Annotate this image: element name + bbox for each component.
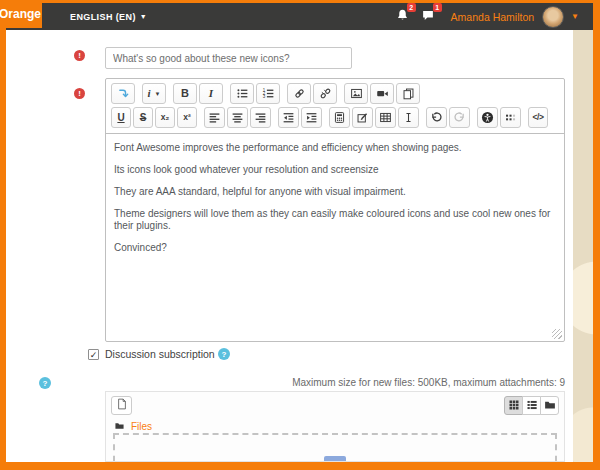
discussion-subscription-checkbox[interactable]: ✓ — [88, 349, 99, 360]
toolbar-group — [476, 107, 522, 128]
accessibility-checker-button[interactable] — [477, 107, 498, 128]
site-logo[interactable]: Orange — [0, 0, 42, 28]
tree-view-button[interactable] — [540, 396, 559, 415]
italic-icon: I — [209, 88, 213, 99]
undo-icon — [430, 111, 443, 124]
messages-button[interactable]: 1 — [421, 8, 435, 26]
manage-files-button[interactable] — [396, 83, 420, 104]
unlink-button[interactable] — [313, 83, 337, 104]
align-left-button[interactable] — [204, 107, 225, 128]
align-center-button[interactable] — [227, 107, 248, 128]
outdent-icon — [282, 111, 295, 124]
editor-paragraph: Its icons look good whatever your resolu… — [114, 164, 556, 176]
accessibility-checker-icon — [481, 111, 494, 124]
list-view-button[interactable] — [522, 396, 541, 415]
attachment-help-icon[interactable]: ? — [39, 377, 51, 389]
chevron-down-icon: ▼ — [140, 13, 147, 20]
collapse-button[interactable] — [111, 83, 135, 104]
superscript-button[interactable]: x² — [177, 107, 197, 128]
svg-text:3: 3 — [262, 94, 265, 99]
toolbar-group — [328, 107, 420, 128]
editor-paragraph: Convinced? — [114, 242, 556, 254]
toolbar-group — [110, 83, 136, 104]
icons-view-button[interactable] — [504, 396, 523, 415]
screenreader-helper-button[interactable] — [500, 107, 521, 128]
page-background — [573, 30, 593, 462]
add-file-button[interactable] — [111, 396, 132, 415]
italic-button[interactable]: I — [199, 83, 223, 104]
equation-icon — [333, 111, 346, 124]
insert-image-icon — [350, 87, 363, 100]
link-icon — [293, 87, 306, 100]
insert-image-button[interactable] — [344, 83, 368, 104]
subscript-button[interactable]: x₂ — [155, 107, 175, 128]
toolbar-group — [286, 83, 338, 104]
required-icon: ! — [74, 88, 85, 99]
align-left-icon — [208, 111, 221, 124]
editor-resize-handle[interactable] — [552, 329, 562, 339]
ordered-list-button[interactable]: 123 — [256, 83, 280, 104]
upload-arrow-icon — [324, 456, 346, 462]
atto-toolbar-row-1: i▼BI123 — [110, 83, 560, 104]
insert-media-button[interactable] — [370, 83, 394, 104]
subscript-icon: x₂ — [161, 113, 170, 122]
table-icon — [379, 111, 392, 124]
file-dropzone[interactable] — [113, 433, 557, 462]
notifications-button[interactable]: 2 — [396, 8, 409, 26]
ordered-list-icon: 123 — [262, 87, 275, 100]
equation-button[interactable] — [329, 107, 350, 128]
editor-paragraph: Theme designers will love them as they c… — [114, 208, 556, 232]
toolbar-group — [277, 107, 323, 128]
attachment-max-info: Maximum size for new files: 500KB, maxim… — [292, 377, 565, 388]
new-file-icon — [116, 397, 128, 415]
bold-button[interactable]: B — [173, 83, 197, 104]
messages-badge: 1 — [433, 3, 442, 12]
paragraph-styles-icon: i▼ — [147, 88, 160, 99]
html-source-button[interactable]: </> — [528, 107, 548, 128]
toolbar-group: USx₂x² — [110, 107, 198, 128]
toolbar-group — [203, 107, 272, 128]
notifications-badge: 2 — [407, 3, 416, 12]
undo-button[interactable] — [426, 107, 447, 128]
subject-input[interactable] — [105, 47, 352, 69]
file-manager: Files — [105, 391, 565, 462]
redo-button[interactable] — [449, 107, 470, 128]
special-character-icon — [356, 111, 369, 124]
clear-formatting-icon — [402, 111, 415, 124]
editor-content-area[interactable]: Font Awesome improves the performance an… — [106, 134, 564, 332]
user-menu-chevron-down-icon[interactable]: ▼ — [571, 12, 579, 21]
redo-icon — [453, 111, 466, 124]
clear-formatting-button[interactable] — [398, 107, 419, 128]
toolbar-group — [343, 83, 421, 104]
toolbar-group: 123 — [229, 83, 281, 104]
avatar[interactable] — [542, 6, 564, 28]
files-path-link[interactable]: Files — [131, 421, 152, 432]
required-icon: ! — [74, 50, 85, 61]
subscription-help-icon[interactable]: ? — [218, 348, 230, 360]
unordered-list-icon — [236, 87, 249, 100]
form-area: ! ! i▼BI123 USx₂x²</> Font Awesome impro… — [6, 30, 573, 462]
superscript-icon: x² — [183, 113, 191, 122]
indent-button[interactable] — [301, 107, 322, 128]
unlink-icon — [319, 87, 332, 100]
bold-icon: B — [181, 88, 189, 99]
link-button[interactable] — [287, 83, 311, 104]
underline-button[interactable]: U — [111, 107, 131, 128]
file-view-toggle-group — [504, 396, 559, 415]
align-right-button[interactable] — [250, 107, 271, 128]
special-character-button[interactable] — [352, 107, 373, 128]
table-button[interactable] — [375, 107, 396, 128]
atto-editor: i▼BI123 USx₂x²</> Font Awesome improves … — [105, 78, 565, 342]
tree-view-icon — [544, 397, 556, 415]
atto-toolbar-row-2: USx₂x²</> — [110, 107, 560, 128]
language-menu[interactable]: ENGLISH (EN) ▼ — [70, 12, 147, 22]
indent-icon — [305, 111, 318, 124]
html-source-icon: </> — [533, 113, 544, 122]
unordered-list-button[interactable] — [230, 83, 254, 104]
toolbar-group: BI — [172, 83, 224, 104]
outdent-button[interactable] — [278, 107, 299, 128]
align-center-icon — [231, 111, 244, 124]
strikethrough-button[interactable]: S — [133, 107, 153, 128]
paragraph-styles-button[interactable]: i▼ — [142, 83, 166, 104]
user-name[interactable]: Amanda Hamilton — [451, 11, 534, 23]
